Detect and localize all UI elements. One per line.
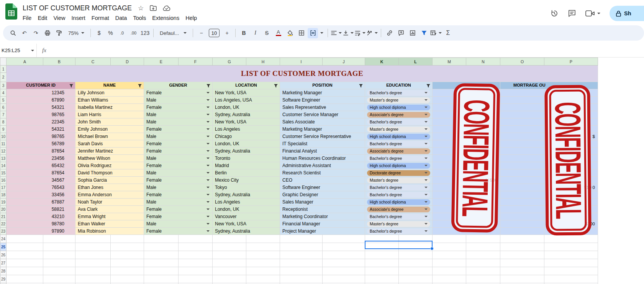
- cell-B27[interactable]: [43, 259, 75, 267]
- cell-B24[interactable]: [43, 235, 75, 243]
- cell-K26[interactable]: [365, 251, 399, 259]
- cell-customer-id[interactable]: 54321: [7, 104, 75, 111]
- cell-J27[interactable]: [323, 259, 365, 267]
- cell-location[interactable]: Berlin: [213, 169, 280, 177]
- cell-education-dropdown[interactable]: Doctorate degree: [365, 169, 433, 177]
- row-header-17[interactable]: 17: [0, 184, 7, 191]
- cell-education-dropdown[interactable]: Master's degree: [365, 126, 433, 133]
- cell-M24[interactable]: [433, 235, 466, 243]
- cell-name[interactable]: Sophia Garcia: [75, 177, 144, 184]
- cell-customer-id[interactable]: 12345: [7, 89, 75, 97]
- cell-P25[interactable]: [544, 243, 598, 251]
- cell-location[interactable]: London, UK: [213, 140, 280, 148]
- column-header-M[interactable]: M: [433, 58, 466, 66]
- cell-O18[interactable]: [500, 191, 544, 199]
- cell-I27[interactable]: [280, 259, 323, 267]
- cell-customer-id[interactable]: 23456: [7, 155, 75, 162]
- cell-gender-dropdown[interactable]: Female: [144, 89, 213, 97]
- column-header-E[interactable]: E: [144, 58, 179, 66]
- cell-position[interactable]: Financial Analyst: [280, 148, 365, 155]
- cell-H29[interactable]: [246, 275, 280, 283]
- paint-format-icon[interactable]: [54, 28, 64, 38]
- cell-M29[interactable]: [433, 275, 466, 283]
- cell-location[interactable]: Los Angeles: [213, 199, 280, 206]
- cell-name[interactable]: John Smith: [75, 118, 144, 126]
- cell-location[interactable]: Sydney, Australia: [213, 148, 280, 155]
- cell-gender-dropdown[interactable]: Female: [144, 228, 213, 235]
- cell-I25[interactable]: [280, 243, 323, 251]
- cell-position[interactable]: Administrative Assistant: [280, 162, 365, 169]
- bold-button[interactable]: B: [239, 28, 249, 38]
- cell-position[interactable]: Marketing Manager: [280, 126, 365, 133]
- cell-L29[interactable]: [399, 275, 433, 283]
- cell-gender-dropdown[interactable]: Female: [144, 140, 213, 148]
- select-all-corner[interactable]: [0, 58, 7, 66]
- cell-G27[interactable]: [213, 259, 246, 267]
- row-header-5[interactable]: 5: [0, 97, 7, 104]
- cell-F29[interactable]: [179, 275, 213, 283]
- cell-customer-id[interactable]: 56789: [7, 140, 75, 148]
- cell-gender-dropdown[interactable]: Female: [144, 126, 213, 133]
- row-header-14[interactable]: 14: [0, 162, 7, 169]
- insert-chart-icon[interactable]: [407, 28, 418, 38]
- more-formats-button[interactable]: 123: [140, 28, 150, 38]
- cell-location[interactable]: Vancouver: [213, 213, 280, 220]
- cell-gender-dropdown[interactable]: Male: [144, 118, 213, 126]
- filter-funnel-icon[interactable]: [426, 84, 431, 88]
- strikethrough-button[interactable]: S: [262, 28, 272, 38]
- cell-customer-id[interactable]: 33456: [7, 191, 75, 199]
- cell-location[interactable]: London, UK: [213, 206, 280, 213]
- cell-O17[interactable]: [500, 184, 544, 191]
- cell-N25[interactable]: [466, 243, 500, 251]
- cell-O28[interactable]: [500, 267, 544, 275]
- cell-education-dropdown[interactable]: High school diploma: [365, 199, 433, 206]
- cell-location[interactable]: Sydney, Australia: [213, 228, 280, 235]
- font-selector[interactable]: Defaul...: [157, 28, 190, 38]
- cell-P29[interactable]: [544, 275, 598, 283]
- row-header-8[interactable]: 8: [0, 118, 7, 126]
- cell-location[interactable]: Mexico City: [213, 177, 280, 184]
- cell-gender-dropdown[interactable]: Female: [144, 191, 213, 199]
- row-header-15[interactable]: 15: [0, 169, 7, 177]
- name-box[interactable]: K25:L25: [0, 44, 37, 57]
- cell-O12[interactable]: [500, 148, 544, 155]
- cell-H25[interactable]: [246, 243, 280, 251]
- menu-file[interactable]: File: [20, 14, 34, 22]
- cell-H28[interactable]: [246, 267, 280, 275]
- meet-video-icon[interactable]: [585, 10, 600, 17]
- cell-K29[interactable]: [365, 275, 399, 283]
- cell-M26[interactable]: [433, 251, 466, 259]
- text-rotation-icon[interactable]: [367, 28, 378, 38]
- row-header-19[interactable]: 19: [0, 199, 7, 206]
- cell-N28[interactable]: [466, 267, 500, 275]
- cell-O23[interactable]: [500, 228, 544, 235]
- cell-position[interactable]: IT Specialist: [280, 140, 365, 148]
- cell-G24[interactable]: [213, 235, 246, 243]
- row-header-12[interactable]: 12: [0, 148, 7, 155]
- cell-K28[interactable]: [365, 267, 399, 275]
- cell-I26[interactable]: [280, 251, 323, 259]
- column-header-B[interactable]: B: [43, 58, 75, 66]
- cell-education-dropdown[interactable]: Bachelor's degree: [365, 140, 433, 148]
- cell-education-dropdown[interactable]: Master's degree: [365, 177, 433, 184]
- cell-gender-dropdown[interactable]: Female: [144, 148, 213, 155]
- column-header-A[interactable]: A: [7, 58, 43, 66]
- cell-customer-id[interactable]: 58821: [7, 206, 75, 213]
- cell-F28[interactable]: [179, 267, 213, 275]
- column-header-G[interactable]: G: [213, 58, 246, 66]
- cell-education-dropdown[interactable]: Associate's degree: [365, 206, 433, 213]
- cell-O29[interactable]: [500, 275, 544, 283]
- cell-G28[interactable]: [213, 267, 246, 275]
- cell-education-dropdown[interactable]: Master's degree: [365, 97, 433, 104]
- cell-O21[interactable]: [500, 213, 544, 220]
- cell-name[interactable]: Matthew Wilson: [75, 155, 144, 162]
- cell-L24[interactable]: [399, 235, 433, 243]
- cell-position[interactable]: Software Engineer: [280, 97, 365, 104]
- column-header-I[interactable]: I: [280, 58, 323, 66]
- cell-O11[interactable]: [500, 140, 544, 148]
- cell-education-dropdown[interactable]: Master's degree: [365, 220, 433, 228]
- cell-O4[interactable]: [500, 89, 544, 97]
- cell-customer-id[interactable]: 34567: [7, 177, 75, 184]
- cell-K27[interactable]: [365, 259, 399, 267]
- redo-icon[interactable]: ↷: [31, 28, 41, 38]
